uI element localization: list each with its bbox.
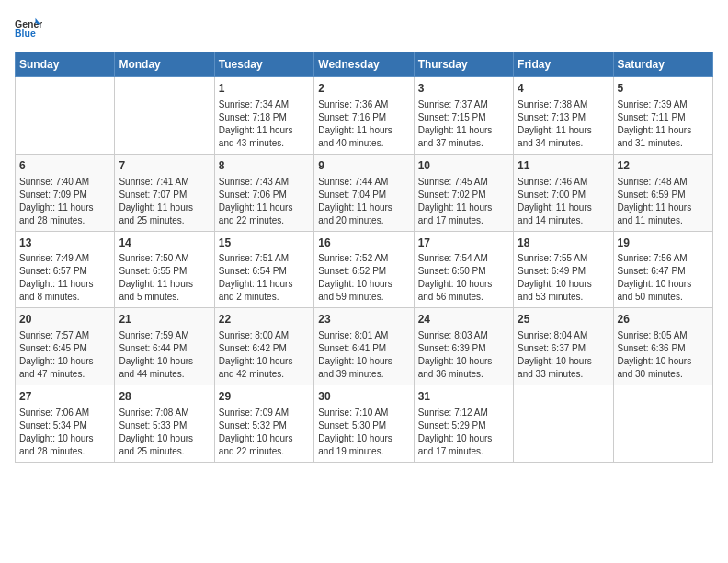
day-number: 7 — [119, 158, 210, 174]
day-number: 27 — [19, 389, 110, 405]
calendar-cell: 26Sunrise: 8:05 AM Sunset: 6:36 PM Dayli… — [613, 308, 712, 385]
calendar-week-2: 6Sunrise: 7:40 AM Sunset: 7:09 PM Daylig… — [16, 154, 713, 231]
calendar-cell: 29Sunrise: 7:09 AM Sunset: 5:32 PM Dayli… — [214, 385, 313, 463]
day-info: Sunrise: 8:04 AM Sunset: 6:37 PM Dayligh… — [518, 329, 609, 381]
calendar-cell: 20Sunrise: 7:57 AM Sunset: 6:45 PM Dayli… — [16, 308, 115, 385]
calendar-header-row: SundayMondayTuesdayWednesdayThursdayFrid… — [16, 52, 713, 77]
day-info: Sunrise: 7:37 AM Sunset: 7:15 PM Dayligh… — [418, 98, 509, 150]
day-header-tuesday: Tuesday — [214, 52, 313, 77]
day-number: 11 — [518, 158, 609, 174]
day-number: 24 — [418, 312, 509, 327]
day-number: 2 — [318, 81, 409, 97]
day-header-saturday: Saturday — [613, 52, 712, 77]
calendar-cell — [613, 385, 712, 463]
day-info: Sunrise: 8:03 AM Sunset: 6:39 PM Dayligh… — [418, 329, 509, 381]
calendar-body: 1Sunrise: 7:34 AM Sunset: 7:18 PM Daylig… — [16, 77, 713, 463]
calendar-cell: 17Sunrise: 7:54 AM Sunset: 6:50 PM Dayli… — [414, 231, 513, 308]
day-info: Sunrise: 7:45 AM Sunset: 7:02 PM Dayligh… — [418, 176, 509, 227]
day-header-monday: Monday — [115, 52, 214, 77]
calendar-cell: 30Sunrise: 7:10 AM Sunset: 5:30 PM Dayli… — [314, 385, 414, 463]
day-info: Sunrise: 7:38 AM Sunset: 7:13 PM Dayligh… — [518, 98, 609, 150]
calendar-cell: 13Sunrise: 7:49 AM Sunset: 6:57 PM Dayli… — [16, 231, 115, 308]
calendar-cell: 12Sunrise: 7:48 AM Sunset: 6:59 PM Dayli… — [613, 154, 712, 231]
day-info: Sunrise: 7:59 AM Sunset: 6:44 PM Dayligh… — [119, 329, 210, 381]
svg-text:Blue: Blue — [15, 28, 36, 39]
day-number: 16 — [318, 236, 409, 251]
logo-icon: General Blue — [15, 15, 42, 42]
day-number: 25 — [518, 312, 609, 327]
day-info: Sunrise: 7:09 AM Sunset: 5:32 PM Dayligh… — [219, 407, 310, 458]
day-number: 20 — [19, 312, 110, 327]
calendar-cell — [514, 385, 613, 463]
day-number: 10 — [418, 158, 509, 174]
day-number: 6 — [19, 158, 110, 174]
day-header-thursday: Thursday — [414, 52, 513, 77]
day-info: Sunrise: 7:46 AM Sunset: 7:00 PM Dayligh… — [518, 176, 609, 227]
calendar-cell: 2Sunrise: 7:36 AM Sunset: 7:16 PM Daylig… — [314, 77, 414, 155]
calendar-cell: 24Sunrise: 8:03 AM Sunset: 6:39 PM Dayli… — [414, 308, 513, 385]
day-info: Sunrise: 8:05 AM Sunset: 6:36 PM Dayligh… — [618, 329, 709, 381]
day-info: Sunrise: 8:00 AM Sunset: 6:42 PM Dayligh… — [219, 329, 310, 381]
day-header-friday: Friday — [514, 52, 613, 77]
day-info: Sunrise: 7:12 AM Sunset: 5:29 PM Dayligh… — [418, 407, 509, 458]
day-number: 17 — [418, 236, 509, 251]
calendar-cell — [115, 77, 214, 155]
day-info: Sunrise: 7:44 AM Sunset: 7:04 PM Dayligh… — [318, 176, 409, 227]
day-number: 12 — [618, 158, 709, 174]
calendar-week-3: 13Sunrise: 7:49 AM Sunset: 6:57 PM Dayli… — [16, 231, 713, 308]
calendar-cell: 22Sunrise: 8:00 AM Sunset: 6:42 PM Dayli… — [214, 308, 313, 385]
day-info: Sunrise: 7:10 AM Sunset: 5:30 PM Dayligh… — [318, 407, 409, 458]
day-number: 22 — [219, 312, 310, 327]
calendar-cell: 25Sunrise: 8:04 AM Sunset: 6:37 PM Dayli… — [514, 308, 613, 385]
day-info: Sunrise: 7:39 AM Sunset: 7:11 PM Dayligh… — [618, 98, 709, 150]
day-info: Sunrise: 7:40 AM Sunset: 7:09 PM Dayligh… — [19, 176, 110, 227]
day-number: 1 — [219, 81, 310, 97]
calendar-cell: 7Sunrise: 7:41 AM Sunset: 7:07 PM Daylig… — [115, 154, 214, 231]
day-info: Sunrise: 7:50 AM Sunset: 6:55 PM Dayligh… — [119, 252, 210, 304]
calendar-week-4: 20Sunrise: 7:57 AM Sunset: 6:45 PM Dayli… — [16, 308, 713, 385]
calendar-cell — [16, 77, 115, 155]
calendar-cell: 27Sunrise: 7:06 AM Sunset: 5:34 PM Dayli… — [16, 385, 115, 463]
page-header: General Blue — [15, 15, 713, 42]
calendar-cell: 21Sunrise: 7:59 AM Sunset: 6:44 PM Dayli… — [115, 308, 214, 385]
day-header-wednesday: Wednesday — [314, 52, 414, 77]
day-number: 21 — [119, 312, 210, 327]
day-info: Sunrise: 7:52 AM Sunset: 6:52 PM Dayligh… — [318, 252, 409, 304]
day-number: 15 — [219, 236, 310, 251]
day-info: Sunrise: 7:34 AM Sunset: 7:18 PM Dayligh… — [219, 98, 310, 150]
day-info: Sunrise: 7:57 AM Sunset: 6:45 PM Dayligh… — [19, 329, 110, 381]
day-info: Sunrise: 7:49 AM Sunset: 6:57 PM Dayligh… — [19, 252, 110, 304]
day-number: 8 — [219, 158, 310, 174]
calendar-cell: 14Sunrise: 7:50 AM Sunset: 6:55 PM Dayli… — [115, 231, 214, 308]
calendar-cell: 4Sunrise: 7:38 AM Sunset: 7:13 PM Daylig… — [514, 77, 613, 155]
calendar-week-5: 27Sunrise: 7:06 AM Sunset: 5:34 PM Dayli… — [16, 385, 713, 463]
day-number: 26 — [618, 312, 709, 327]
calendar-table: SundayMondayTuesdayWednesdayThursdayFrid… — [15, 52, 713, 463]
day-number: 19 — [618, 236, 709, 251]
day-number: 5 — [618, 81, 709, 97]
calendar-cell: 28Sunrise: 7:08 AM Sunset: 5:33 PM Dayli… — [115, 385, 214, 463]
calendar-cell: 8Sunrise: 7:43 AM Sunset: 7:06 PM Daylig… — [214, 154, 313, 231]
day-number: 13 — [19, 236, 110, 251]
day-info: Sunrise: 7:06 AM Sunset: 5:34 PM Dayligh… — [19, 407, 110, 458]
day-info: Sunrise: 7:55 AM Sunset: 6:49 PM Dayligh… — [518, 252, 609, 304]
day-number: 3 — [418, 81, 509, 97]
day-info: Sunrise: 8:01 AM Sunset: 6:41 PM Dayligh… — [318, 329, 409, 381]
day-info: Sunrise: 7:43 AM Sunset: 7:06 PM Dayligh… — [219, 176, 310, 227]
day-info: Sunrise: 7:41 AM Sunset: 7:07 PM Dayligh… — [119, 176, 210, 227]
day-info: Sunrise: 7:36 AM Sunset: 7:16 PM Dayligh… — [318, 98, 409, 150]
day-number: 4 — [518, 81, 609, 97]
calendar-cell: 1Sunrise: 7:34 AM Sunset: 7:18 PM Daylig… — [214, 77, 313, 155]
calendar-week-1: 1Sunrise: 7:34 AM Sunset: 7:18 PM Daylig… — [16, 77, 713, 155]
day-number: 23 — [318, 312, 409, 327]
calendar-cell: 15Sunrise: 7:51 AM Sunset: 6:54 PM Dayli… — [214, 231, 313, 308]
day-info: Sunrise: 7:08 AM Sunset: 5:33 PM Dayligh… — [119, 407, 210, 458]
calendar-cell: 19Sunrise: 7:56 AM Sunset: 6:47 PM Dayli… — [613, 231, 712, 308]
calendar-cell: 18Sunrise: 7:55 AM Sunset: 6:49 PM Dayli… — [514, 231, 613, 308]
calendar-cell: 10Sunrise: 7:45 AM Sunset: 7:02 PM Dayli… — [414, 154, 513, 231]
calendar-cell: 23Sunrise: 8:01 AM Sunset: 6:41 PM Dayli… — [314, 308, 414, 385]
logo: General Blue — [15, 15, 42, 42]
day-header-sunday: Sunday — [16, 52, 115, 77]
day-number: 9 — [318, 158, 409, 174]
day-number: 31 — [418, 389, 509, 405]
